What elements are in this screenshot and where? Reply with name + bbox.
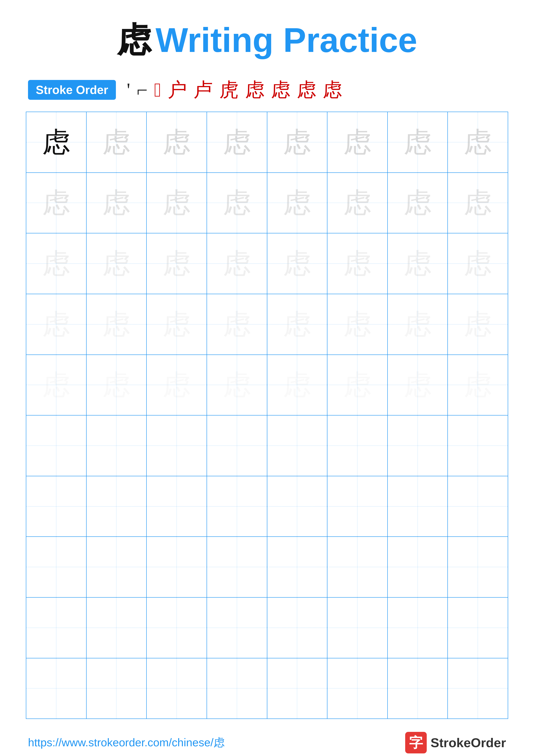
- grid-cell[interactable]: 虑: [267, 355, 328, 415]
- stroke-order-badge: Stroke Order: [28, 80, 116, 100]
- grid-cell[interactable]: 虑: [448, 233, 508, 294]
- grid-cell[interactable]: 虑: [87, 173, 147, 233]
- grid-cell[interactable]: [448, 537, 508, 597]
- grid-cell[interactable]: [87, 476, 147, 537]
- grid-cell[interactable]: [26, 659, 87, 719]
- grid-cell[interactable]: 虑: [388, 173, 448, 233]
- grid-cell[interactable]: [87, 598, 147, 658]
- footer: https://www.strokeorder.com/chinese/虑 字 …: [26, 732, 508, 753]
- grid-cell[interactable]: [207, 537, 267, 597]
- grid-cell[interactable]: 虑: [388, 294, 448, 355]
- grid-cell[interactable]: 虑: [267, 173, 328, 233]
- grid-row-2: 虑 虑 虑 虑 虑 虑 虑 虑: [26, 173, 508, 233]
- grid-cell[interactable]: [448, 598, 508, 658]
- grid-cell[interactable]: 虑: [26, 173, 87, 233]
- grid-cell[interactable]: [207, 659, 267, 719]
- grid-cell[interactable]: 虑: [207, 233, 267, 294]
- practice-char: 虑: [404, 371, 432, 399]
- grid-cell[interactable]: [448, 659, 508, 719]
- grid-cell[interactable]: 虑: [327, 173, 388, 233]
- grid-row-4: 虑 虑 虑 虑 虑 虑 虑 虑: [26, 294, 508, 355]
- practice-char: 虑: [464, 250, 492, 278]
- grid-cell[interactable]: 虑: [388, 112, 448, 173]
- grid-cell[interactable]: 虑: [327, 355, 388, 415]
- grid-cell[interactable]: [327, 537, 388, 597]
- grid-cell[interactable]: 虑: [327, 112, 388, 173]
- grid-cell[interactable]: 虑: [327, 233, 388, 294]
- practice-grid: 虑 虑 虑 虑 虑 虑 虑 虑: [26, 112, 508, 719]
- grid-cell[interactable]: [207, 476, 267, 537]
- grid-cell[interactable]: [147, 598, 207, 658]
- grid-cell[interactable]: [327, 659, 388, 719]
- practice-char: 虑: [404, 250, 432, 278]
- grid-cell[interactable]: 虑: [388, 233, 448, 294]
- grid-row-5: 虑 虑 虑 虑 虑 虑 虑 虑: [26, 355, 508, 416]
- grid-cell[interactable]: 虑: [327, 294, 388, 355]
- grid-cell[interactable]: [87, 537, 147, 597]
- grid-cell[interactable]: [267, 416, 328, 476]
- grid-cell[interactable]: [448, 416, 508, 476]
- practice-char: 虑: [223, 250, 251, 278]
- practice-char: 虑: [343, 128, 371, 156]
- grid-cell[interactable]: [147, 476, 207, 537]
- practice-char: 虑: [343, 310, 371, 338]
- grid-cell[interactable]: 虑: [207, 355, 267, 415]
- grid-cell[interactable]: 虑: [26, 294, 87, 355]
- grid-cell[interactable]: 虑: [87, 112, 147, 173]
- grid-cell[interactable]: [207, 598, 267, 658]
- grid-cell[interactable]: [26, 416, 87, 476]
- grid-cell[interactable]: 虑: [147, 294, 207, 355]
- grid-cell[interactable]: [207, 416, 267, 476]
- grid-cell[interactable]: 虑: [267, 112, 328, 173]
- grid-cell[interactable]: 虑: [388, 355, 448, 415]
- grid-cell[interactable]: 虑: [448, 112, 508, 173]
- grid-cell[interactable]: [327, 416, 388, 476]
- grid-cell[interactable]: [388, 476, 448, 537]
- grid-cell[interactable]: [327, 476, 388, 537]
- grid-cell[interactable]: 虑: [26, 233, 87, 294]
- grid-cell[interactable]: [327, 598, 388, 658]
- grid-cell[interactable]: [388, 537, 448, 597]
- grid-cell[interactable]: [87, 659, 147, 719]
- practice-char: 虑: [283, 310, 311, 338]
- grid-cell[interactable]: 虑: [26, 355, 87, 415]
- grid-cell[interactable]: [388, 598, 448, 658]
- grid-cell[interactable]: 虑: [147, 173, 207, 233]
- grid-cell[interactable]: [267, 659, 328, 719]
- grid-cell[interactable]: 虑: [207, 112, 267, 173]
- footer-url[interactable]: https://www.strokeorder.com/chinese/虑: [28, 735, 225, 750]
- grid-cell[interactable]: 虑: [147, 112, 207, 173]
- grid-cell[interactable]: [267, 537, 328, 597]
- grid-cell[interactable]: [26, 598, 87, 658]
- grid-cell[interactable]: 虑: [267, 294, 328, 355]
- page: 虑Writing Practice Stroke Order ' ⌐ 𠄌 户 卢…: [0, 0, 534, 756]
- grid-cell[interactable]: 虑: [26, 112, 87, 173]
- grid-cell[interactable]: 虑: [207, 294, 267, 355]
- grid-cell[interactable]: [87, 416, 147, 476]
- grid-cell[interactable]: [147, 537, 207, 597]
- grid-cell[interactable]: 虑: [147, 233, 207, 294]
- grid-cell[interactable]: 虑: [267, 233, 328, 294]
- grid-cell[interactable]: [147, 416, 207, 476]
- logo-icon: 字: [405, 732, 427, 753]
- grid-cell[interactable]: [267, 598, 328, 658]
- stroke-4: 户: [167, 77, 187, 103]
- grid-cell[interactable]: 虑: [207, 173, 267, 233]
- grid-cell[interactable]: 虑: [87, 294, 147, 355]
- grid-cell[interactable]: [26, 476, 87, 537]
- grid-cell[interactable]: 虑: [448, 355, 508, 415]
- grid-cell[interactable]: [147, 659, 207, 719]
- grid-cell[interactable]: 虑: [448, 294, 508, 355]
- grid-cell[interactable]: [267, 476, 328, 537]
- practice-char: 虑: [223, 310, 251, 338]
- grid-cell[interactable]: 虑: [448, 173, 508, 233]
- practice-char: 虑: [163, 128, 191, 156]
- grid-cell[interactable]: [26, 537, 87, 597]
- grid-cell[interactable]: 虑: [87, 233, 147, 294]
- practice-char: 虑: [102, 128, 130, 156]
- grid-cell[interactable]: [388, 416, 448, 476]
- grid-cell[interactable]: [388, 659, 448, 719]
- grid-cell[interactable]: 虑: [147, 355, 207, 415]
- grid-cell[interactable]: 虑: [87, 355, 147, 415]
- grid-cell[interactable]: [448, 476, 508, 537]
